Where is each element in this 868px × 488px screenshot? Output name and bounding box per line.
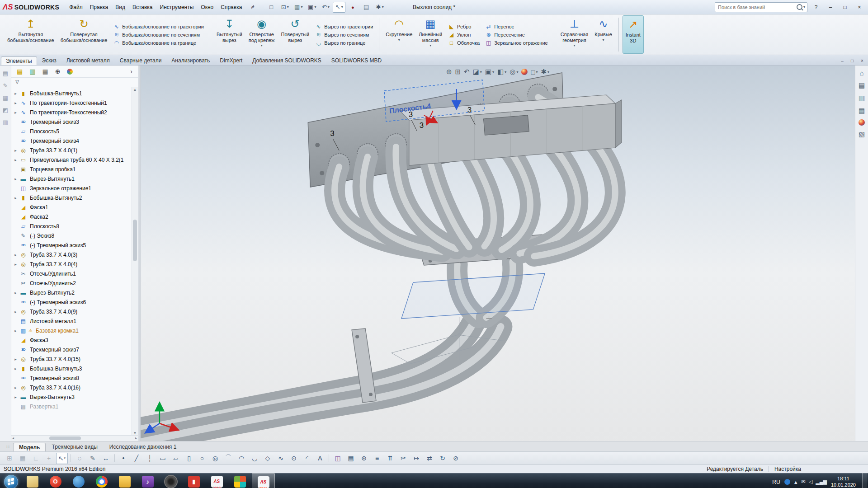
select-button[interactable] <box>333 2 345 13</box>
tree-item[interactable]: Фаска1 <box>13 202 132 212</box>
customize-status[interactable]: Настройка <box>774 466 801 472</box>
extend-entities-tool[interactable] <box>410 453 422 464</box>
tree-item[interactable]: Бобышка-Вытянуть3 <box>13 364 132 373</box>
sep[interactable] <box>329 454 329 462</box>
expand-arrow-icon[interactable] <box>13 366 18 371</box>
minimize-button[interactable]: – <box>825 3 836 12</box>
dropdown-icon[interactable]: ▾ <box>603 38 604 42</box>
taskbar-solidworks-1[interactable]: 2016 <box>206 473 228 488</box>
tree-item[interactable]: Труба 33.7 X 4.0(16) <box>13 383 132 392</box>
grid-toggle[interactable] <box>17 453 28 464</box>
perimeter-circle-tool[interactable] <box>209 453 221 464</box>
mirror-button[interactable]: Зеркальное отражение <box>483 39 550 47</box>
dimxpert-manager-tab-icon[interactable] <box>55 68 61 75</box>
doc-minimize-button[interactable]: – <box>838 57 847 64</box>
taskbar-clock[interactable]: 18:11 10.01.2020 <box>831 476 856 488</box>
mirror-entities-tool[interactable] <box>332 453 344 464</box>
feature-manager-tab-icon[interactable] <box>17 68 23 75</box>
search-input[interactable] <box>717 4 796 10</box>
menu-item[interactable]: Файл <box>66 3 86 12</box>
tree-item[interactable]: Труба 33.7 X 4.0(1) <box>13 145 132 155</box>
spline-tool[interactable] <box>275 453 287 464</box>
tree-item[interactable]: Торцевая пробка1 <box>13 164 132 174</box>
options-button[interactable] <box>373 2 386 13</box>
tree-item[interactable]: (-) Эскиз8 <box>13 231 132 240</box>
tree-horizontal-scrollbar[interactable]: ◂ ▸ <box>11 435 138 441</box>
tree-item[interactable]: (-) Трехмерный эскиз5 <box>13 240 132 250</box>
dropdown-icon[interactable]: ▾ <box>573 43 575 47</box>
property-manager-tab-icon[interactable] <box>29 68 35 75</box>
move-face-button[interactable]: Перенос <box>483 23 550 30</box>
tray-network[interactable] <box>816 479 827 485</box>
tree-item[interactable]: Трехмерный эскиз7 <box>13 345 132 354</box>
open-button[interactable] <box>278 2 291 13</box>
taskbar-browser[interactable] <box>67 473 90 488</box>
pin-icon[interactable]: ✒ <box>249 3 257 11</box>
command-tab[interactable]: SOLIDWORKS MBD <box>326 56 387 65</box>
command-tab[interactable]: Эскиз <box>37 56 61 65</box>
tree-vertical-scrollbar[interactable]: ▲ ▼ <box>132 87 138 436</box>
taskbar-disc-app[interactable] <box>160 473 182 488</box>
section-view-button[interactable] <box>473 68 482 76</box>
sep[interactable] <box>114 454 115 462</box>
tangent-arc-tool[interactable] <box>249 453 260 464</box>
tree-item[interactable]: Отсечь/Удлинить2 <box>13 278 132 288</box>
conic-tool[interactable] <box>301 453 313 464</box>
tree-item[interactable]: Фаска3 <box>13 335 132 345</box>
dropdown-icon[interactable]: ▾ <box>429 43 431 47</box>
draft-button[interactable]: Уклон <box>446 31 482 38</box>
expand-arrow-icon[interactable] <box>13 253 18 257</box>
tree-item[interactable]: Вырез-Вытянуть3 <box>13 392 132 402</box>
tree-item[interactable]: (-) Трехмерный эскиз6 <box>13 297 132 307</box>
scroll-down-icon[interactable]: ▼ <box>132 431 138 435</box>
centerline-tool[interactable] <box>144 453 156 464</box>
ortho-toggle[interactable] <box>30 453 42 464</box>
view-settings-button[interactable] <box>541 68 549 76</box>
tree-item[interactable]: Базовая кромка1 <box>13 326 132 335</box>
erase-tool[interactable] <box>450 453 462 464</box>
trim-entities-tool[interactable] <box>397 453 409 464</box>
taskbar-media-player[interactable] <box>137 473 159 488</box>
left-rail-icon-1[interactable] <box>3 70 8 77</box>
scroll-thumb[interactable] <box>133 220 137 261</box>
command-tab[interactable]: Анализировать <box>166 56 215 65</box>
text-tool[interactable] <box>314 453 326 464</box>
scroll-left-icon[interactable]: ◂ <box>12 436 14 440</box>
undo-button[interactable] <box>319 2 332 13</box>
command-tab[interactable]: Листовой металл <box>61 56 115 65</box>
ellipse-tool[interactable] <box>288 453 300 464</box>
show-desktop-button[interactable] <box>862 473 867 488</box>
tree-item[interactable]: Плоскость8 <box>13 221 132 231</box>
print-button[interactable] <box>306 2 318 13</box>
instant3d-button[interactable]: Instant 3D <box>623 15 644 54</box>
doc-restore-button[interactable]: □ <box>848 57 857 64</box>
tab-splitter-icon[interactable]: ∷ <box>6 444 9 450</box>
tree-item[interactable]: Трехмерный эскиз4 <box>13 136 132 145</box>
hide-show-items-button[interactable] <box>509 68 518 76</box>
lofted-cut-button[interactable]: Вырез по сечениям <box>313 31 375 38</box>
tree-item[interactable]: По траектории-Тонкостенный1 <box>13 98 132 108</box>
revolved-boss-button[interactable]: Повернутая бобышка/основание <box>58 15 110 54</box>
three-point-arc-tool[interactable] <box>236 453 247 464</box>
document-tab[interactable]: Трехмерные виды <box>46 442 103 451</box>
boundary-cut-button[interactable]: Вырез по границе <box>313 39 375 47</box>
point-tool[interactable] <box>118 453 129 464</box>
tree-item[interactable]: Фаска2 <box>13 212 132 221</box>
command-tab[interactable]: Элементы <box>1 56 37 65</box>
move-entities-tool[interactable] <box>424 453 435 464</box>
menu-item[interactable]: Окно <box>197 3 217 12</box>
design-library-tab[interactable] <box>859 81 865 89</box>
new-document-button[interactable] <box>265 2 278 13</box>
display-style-button[interactable] <box>497 68 506 76</box>
document-tab[interactable]: Модель <box>13 443 46 451</box>
apply-scene-button[interactable] <box>531 68 538 76</box>
zoom-fit-button[interactable] <box>446 68 452 76</box>
sep[interactable] <box>71 454 71 462</box>
panel-expand-icon[interactable] <box>130 68 132 75</box>
scroll-right-icon[interactable]: ▸ <box>135 436 137 440</box>
previous-view-button[interactable] <box>464 68 470 76</box>
save-button[interactable] <box>292 2 305 13</box>
view-orientation-button[interactable] <box>485 68 494 76</box>
taskbar-gallery[interactable] <box>229 473 251 488</box>
scroll-up-icon[interactable]: ▲ <box>132 88 138 92</box>
